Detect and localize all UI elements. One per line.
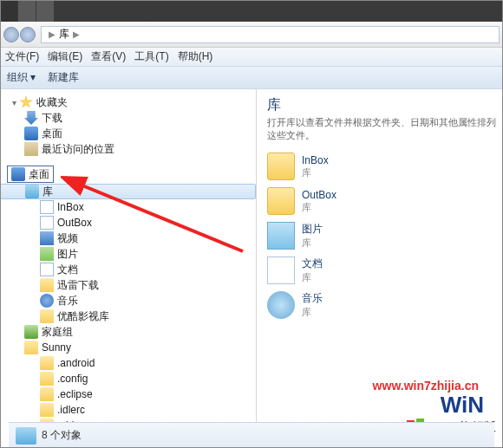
tree-item[interactable]: .android: [0, 355, 256, 371]
folder-icon: [40, 356, 54, 370]
browser-tab[interactable]: [36, 0, 54, 22]
tree-item[interactable]: 优酷影视库: [0, 308, 256, 324]
doc-icon: [40, 263, 54, 276]
collapse-icon[interactable]: ▾: [9, 98, 19, 107]
library-item-inbox[interactable]: InBox库: [267, 153, 397, 180]
tree-item[interactable]: 文档: [0, 262, 256, 277]
download-icon: [24, 111, 38, 125]
tree-label: 音乐: [57, 294, 78, 308]
folder-icon: [40, 387, 54, 401]
item-name: 图片: [302, 222, 323, 237]
picture-icon: [267, 222, 295, 250]
desktop-icon: [11, 167, 25, 181]
item-name: 音乐: [302, 291, 323, 306]
tree-item[interactable]: 迅雷下载: [0, 277, 256, 293]
menu-help[interactable]: 帮助(H): [178, 49, 213, 64]
menu-file[interactable]: 文件(F): [5, 49, 39, 64]
new-library-button[interactable]: 新建库: [48, 70, 79, 85]
tree-label: .android: [57, 357, 95, 369]
tree-item[interactable]: 视频: [0, 230, 256, 246]
tree-item[interactable]: OutBox: [0, 215, 256, 230]
folder-icon: [40, 278, 54, 292]
chevron-right-icon[interactable]: ▶: [73, 29, 80, 39]
nav-tree[interactable]: ▾ 收藏夹 下载 桌面 最近访问的位置 桌面: [0, 89, 257, 427]
library-item-outbox[interactable]: OutBox库: [267, 187, 397, 215]
folder-icon: [40, 403, 54, 417]
tree-label: 最近访问的位置: [42, 142, 114, 157]
tree-item[interactable]: InBox: [0, 199, 256, 215]
music-icon: [267, 291, 295, 319]
library-icon: [16, 427, 36, 445]
tree-label: 优酷影视库: [57, 309, 109, 324]
item-kind: 库: [302, 237, 323, 250]
tree-user[interactable]: Sunny: [0, 340, 256, 355]
library-icon: [25, 185, 39, 198]
folder-icon: [267, 153, 295, 180]
library-grid: InBox库 OutBox库 图片库 文档库 音乐库: [267, 153, 496, 319]
video-icon: [40, 231, 54, 245]
forward-button[interactable]: [20, 27, 36, 42]
tree-label: Sunny: [42, 341, 71, 354]
user-icon: [24, 341, 38, 354]
status-text: 8 个对象: [42, 428, 82, 443]
menu-bar: 文件(F) 编辑(E) 查看(V) 工具(T) 帮助(H): [0, 48, 503, 67]
tree-label: OutBox: [57, 217, 92, 229]
page-title: 库: [267, 96, 496, 114]
tree-label: 收藏夹: [36, 95, 68, 110]
tree-label: .config: [57, 373, 88, 385]
watermark-url: www.win7zhijia.cn: [373, 379, 479, 393]
tree-item[interactable]: .config: [0, 371, 256, 386]
tree-item-recent[interactable]: 最近访问的位置: [0, 141, 256, 157]
watermark-logo: WiN: [441, 392, 484, 419]
organize-button[interactable]: 组织 ▾: [7, 70, 36, 85]
tree-label: 库: [42, 185, 53, 199]
back-button[interactable]: [3, 27, 19, 42]
recent-icon: [24, 142, 38, 156]
chevron-right-icon: ▶: [49, 29, 56, 39]
browser-tab-strip: [0, 0, 503, 22]
tree-label: 迅雷下载: [57, 278, 99, 293]
tree-item[interactable]: 图片: [0, 246, 256, 262]
tree-label: 家庭组: [42, 325, 73, 340]
address-bar[interactable]: ▶ 库 ▶: [41, 26, 500, 43]
tree-label: 桌面: [42, 127, 62, 141]
menu-edit[interactable]: 编辑(E): [48, 49, 82, 64]
library-item-documents[interactable]: 文档库: [267, 256, 397, 284]
doc-icon: [267, 256, 295, 284]
tree-label: .eclipse: [57, 388, 93, 400]
tree-homegroup[interactable]: 家庭组: [0, 324, 256, 340]
library-item-pictures[interactable]: 图片库: [267, 222, 397, 250]
tree-item[interactable]: 音乐: [0, 293, 256, 308]
item-name: 文档: [302, 256, 323, 271]
item-kind: 库: [302, 306, 323, 319]
tree-item-downloads[interactable]: 下载: [0, 110, 256, 126]
tree-favorites[interactable]: ▾ 收藏夹: [0, 94, 256, 110]
browser-tab[interactable]: [18, 0, 36, 22]
tree-label: .idlerc: [57, 404, 85, 416]
folder-icon: [40, 309, 54, 323]
tree-desktop-boxed[interactable]: 桌面: [7, 166, 54, 183]
breadcrumb[interactable]: 库: [59, 27, 69, 42]
tree-label: InBox: [57, 201, 84, 213]
menu-view[interactable]: 查看(V): [91, 49, 126, 64]
tree-library[interactable]: 库: [0, 184, 256, 199]
item-kind: 库: [302, 271, 323, 284]
content-pane: 库 打开库以查看文件并根据文件夹、日期和其他属性排列这些文件。 InBox库 O…: [257, 89, 503, 427]
tree-item[interactable]: .eclipse: [0, 386, 256, 402]
status-bar: 8 个对象: [9, 422, 494, 448]
item-kind: 库: [302, 166, 329, 179]
tree-label: 图片: [57, 247, 78, 262]
doc-icon: [40, 200, 54, 214]
tree-item[interactable]: .idlerc: [0, 402, 256, 418]
menu-tools[interactable]: 工具(T): [134, 49, 168, 64]
tree-item-desktop[interactable]: 桌面: [0, 126, 256, 141]
homegroup-icon: [24, 325, 38, 339]
tree-label: 桌面: [29, 167, 49, 182]
desktop-icon: [24, 127, 38, 140]
tree-label: 文档: [57, 263, 78, 277]
organize-toolbar: 组织 ▾ 新建库: [0, 67, 503, 89]
library-item-music[interactable]: 音乐库: [267, 291, 397, 319]
browser-tab[interactable]: [0, 0, 17, 22]
music-icon: [40, 294, 54, 308]
folder-icon: [267, 187, 295, 215]
